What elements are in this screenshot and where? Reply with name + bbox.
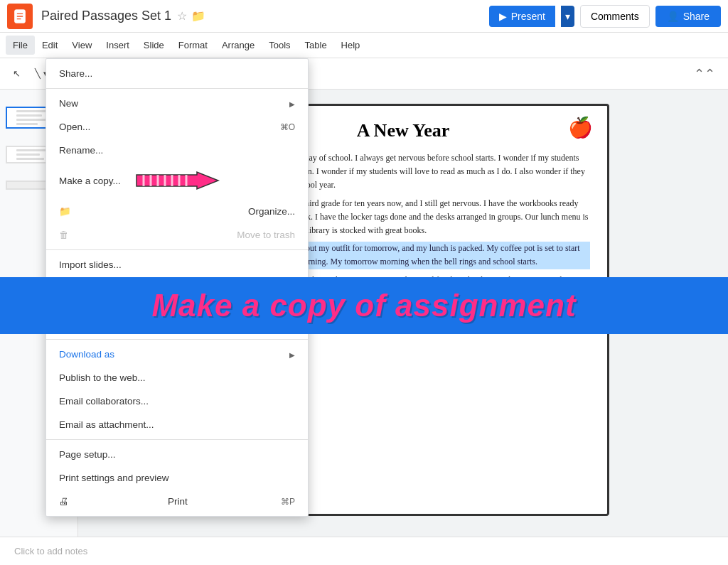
pencil-arrow-graphic <box>129 168 222 193</box>
print-settings-label: Print settings and preview <box>59 473 169 483</box>
menu-new[interactable]: New <box>46 92 308 115</box>
folder-button[interactable]: 📁 <box>191 9 205 23</box>
title-bar: Paired Passages Set 1 ☆ 📁 ▶ Present ▾ Co… <box>0 0 728 33</box>
notes-bar[interactable]: Click to add notes <box>0 537 728 565</box>
menu-move-trash: 🗑 Move to trash <box>46 223 308 247</box>
open-shortcut: ⌘O <box>280 122 295 132</box>
menu-import-slides[interactable]: Import slides... <box>46 253 308 276</box>
menu-open[interactable]: Open... ⌘O <box>46 115 308 139</box>
apple-icon: 🍎 <box>568 116 593 139</box>
menu-print[interactable]: 🖨 Print ⌘P <box>46 490 308 513</box>
menu-arrange[interactable]: Arrange <box>215 36 262 55</box>
publish-label: Publish to the web... <box>59 372 146 383</box>
menu-format[interactable]: Format <box>171 36 215 55</box>
menu-view[interactable]: View <box>65 36 99 55</box>
app-icon <box>7 4 33 29</box>
present-button[interactable]: ▶ Present <box>489 6 555 27</box>
print-shortcut: ⌘P <box>281 497 295 507</box>
comments-button[interactable]: Comments <box>580 5 650 28</box>
menu-share[interactable]: Share... <box>46 62 308 85</box>
share-button[interactable]: 👤 Share <box>655 6 721 27</box>
share-label: Share... <box>59 68 92 79</box>
folder-icon: 📁 <box>59 205 71 217</box>
notes-placeholder: Click to add notes <box>14 546 87 556</box>
menu-edit[interactable]: Edit <box>35 36 65 55</box>
new-arrow <box>289 99 295 109</box>
open-label: Open... <box>59 122 90 132</box>
menu-table[interactable]: Table <box>298 36 334 55</box>
email-collab-label: Email collaborators... <box>59 396 149 407</box>
separator-6 <box>46 439 308 440</box>
make-copy-label: Make a copy... <box>59 176 121 186</box>
copy-assignment-banner: Make a copy of assignment <box>0 277 728 334</box>
menu-file[interactable]: File <box>6 36 35 55</box>
menu-download-as[interactable]: Download as <box>46 343 308 366</box>
menu-email-collaborators[interactable]: Email collaborators... <box>46 389 308 413</box>
star-button[interactable]: ☆ <box>177 9 187 23</box>
menu-slide[interactable]: Slide <box>136 36 171 55</box>
download-label: Download as <box>59 349 114 360</box>
menu-publish-web[interactable]: Publish to the web... <box>46 366 308 389</box>
menu-rename[interactable]: Rename... <box>46 139 308 162</box>
select-tool[interactable]: ↖ <box>7 65 26 82</box>
menu-organize[interactable]: 📁 Organize... <box>46 199 308 223</box>
menu-print-settings[interactable]: Print settings and preview <box>46 466 308 490</box>
menu-make-copy[interactable]: Make a copy... <box>46 162 308 199</box>
rename-label: Rename... <box>59 145 103 156</box>
menu-bar: File Edit View Insert Slide Format Arran… <box>0 33 728 58</box>
download-arrow <box>289 350 295 360</box>
import-slides-label: Import slides... <box>59 259 122 270</box>
menu-tools[interactable]: Tools <box>262 36 297 55</box>
new-label: New <box>59 98 78 109</box>
move-trash-label: Move to trash <box>237 230 295 240</box>
toolbar-right: ⌃⌃ <box>688 63 721 85</box>
organize-label: Organize... <box>248 206 295 217</box>
cursor-icon: ↖ <box>13 68 21 79</box>
svg-marker-2 <box>136 172 218 189</box>
copy-banner-text: Make a copy of assignment <box>151 288 576 323</box>
menu-insert[interactable]: Insert <box>99 36 136 55</box>
menu-email-attachment[interactable]: Email as attachment... <box>46 413 308 436</box>
separator-5 <box>46 339 308 340</box>
print-icon: 🖨 <box>59 496 69 507</box>
print-label: Print <box>168 496 188 507</box>
email-attach-label: Email as attachment... <box>59 419 154 430</box>
present-dropdown-button[interactable]: ▾ <box>561 6 574 27</box>
page-setup-label: Page setup... <box>59 449 116 460</box>
present-icon: ▶ <box>499 11 507 22</box>
menu-page-setup[interactable]: Page setup... <box>46 443 308 466</box>
separator-1 <box>46 88 308 89</box>
trash-icon: 🗑 <box>59 230 69 240</box>
header-actions: ▶ Present ▾ Comments 👤 Share <box>489 5 721 28</box>
separator-2 <box>46 249 308 250</box>
person-icon: 👤 <box>667 11 679 22</box>
menu-help[interactable]: Help <box>334 36 368 55</box>
document-title: Paired Passages Set 1 <box>41 9 171 23</box>
collapse-toolbar-button[interactable]: ⌃⌃ <box>688 63 721 85</box>
